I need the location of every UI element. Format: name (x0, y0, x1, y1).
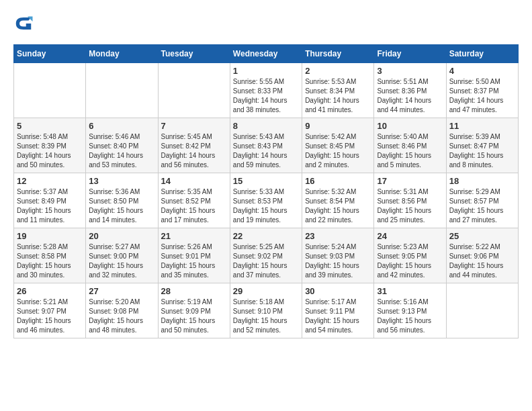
logo (13, 13, 36, 34)
calendar-cell (86, 63, 158, 118)
calendar-cell: 19Sunrise: 5:28 AM Sunset: 8:58 PM Dayli… (14, 228, 86, 283)
day-info: Sunrise: 5:46 AM Sunset: 8:40 PM Dayligh… (89, 132, 154, 170)
day-info: Sunrise: 5:18 AM Sunset: 9:10 PM Dayligh… (233, 298, 299, 335)
calendar-cell: 5Sunrise: 5:48 AM Sunset: 8:39 PM Daylig… (14, 118, 86, 173)
day-number: 26 (17, 286, 83, 296)
calendar-cell (446, 283, 518, 338)
day-info: Sunrise: 5:48 AM Sunset: 8:39 PM Dayligh… (17, 132, 83, 170)
calendar-cell: 31Sunrise: 5:16 AM Sunset: 9:13 PM Dayli… (374, 283, 446, 338)
day-info: Sunrise: 5:42 AM Sunset: 8:45 PM Dayligh… (305, 132, 371, 170)
calendar-cell: 1Sunrise: 5:55 AM Sunset: 8:33 PM Daylig… (230, 63, 302, 118)
calendar-cell: 26Sunrise: 5:21 AM Sunset: 9:07 PM Dayli… (14, 283, 86, 338)
day-number: 25 (449, 231, 515, 241)
day-info: Sunrise: 5:39 AM Sunset: 8:47 PM Dayligh… (449, 132, 515, 170)
page-header (13, 13, 519, 34)
day-info: Sunrise: 5:36 AM Sunset: 8:50 PM Dayligh… (89, 187, 154, 225)
day-number: 2 (305, 66, 371, 76)
calendar-cell: 15Sunrise: 5:33 AM Sunset: 8:53 PM Dayli… (230, 173, 302, 228)
day-info: Sunrise: 5:22 AM Sunset: 9:06 PM Dayligh… (449, 242, 515, 280)
calendar-cell: 6Sunrise: 5:46 AM Sunset: 8:40 PM Daylig… (86, 118, 158, 173)
calendar-week-row: 5Sunrise: 5:48 AM Sunset: 8:39 PM Daylig… (14, 118, 519, 173)
day-info: Sunrise: 5:31 AM Sunset: 8:56 PM Dayligh… (377, 187, 443, 225)
day-info: Sunrise: 5:45 AM Sunset: 8:42 PM Dayligh… (161, 132, 227, 170)
weekday-header: Saturday (446, 45, 518, 63)
day-number: 19 (17, 231, 83, 241)
day-info: Sunrise: 5:23 AM Sunset: 9:05 PM Dayligh… (377, 242, 443, 280)
day-number: 1 (233, 66, 299, 76)
calendar: SundayMondayTuesdayWednesdayThursdayFrid… (13, 44, 519, 338)
day-number: 9 (305, 121, 371, 131)
calendar-cell: 10Sunrise: 5:40 AM Sunset: 8:46 PM Dayli… (374, 118, 446, 173)
calendar-cell: 13Sunrise: 5:36 AM Sunset: 8:50 PM Dayli… (86, 173, 158, 228)
day-info: Sunrise: 5:55 AM Sunset: 8:33 PM Dayligh… (233, 77, 299, 115)
day-info: Sunrise: 5:51 AM Sunset: 8:36 PM Dayligh… (377, 77, 443, 115)
day-number: 12 (17, 176, 83, 186)
calendar-cell: 25Sunrise: 5:22 AM Sunset: 9:06 PM Dayli… (446, 228, 518, 283)
day-number: 16 (305, 176, 371, 186)
day-number: 11 (449, 121, 515, 131)
calendar-cell: 29Sunrise: 5:18 AM Sunset: 9:10 PM Dayli… (230, 283, 302, 338)
day-info: Sunrise: 5:32 AM Sunset: 8:54 PM Dayligh… (305, 187, 371, 225)
calendar-cell: 8Sunrise: 5:43 AM Sunset: 8:43 PM Daylig… (230, 118, 302, 173)
day-number: 20 (89, 231, 154, 241)
day-number: 21 (161, 231, 227, 241)
day-info: Sunrise: 5:33 AM Sunset: 8:53 PM Dayligh… (233, 187, 299, 225)
calendar-cell: 27Sunrise: 5:20 AM Sunset: 9:08 PM Dayli… (86, 283, 158, 338)
calendar-week-row: 19Sunrise: 5:28 AM Sunset: 8:58 PM Dayli… (14, 228, 519, 283)
calendar-cell (14, 63, 86, 118)
calendar-cell: 9Sunrise: 5:42 AM Sunset: 8:45 PM Daylig… (302, 118, 374, 173)
day-info: Sunrise: 5:37 AM Sunset: 8:49 PM Dayligh… (17, 187, 83, 225)
calendar-cell: 2Sunrise: 5:53 AM Sunset: 8:34 PM Daylig… (302, 63, 374, 118)
day-number: 31 (377, 286, 443, 296)
day-number: 6 (89, 121, 154, 131)
calendar-cell: 28Sunrise: 5:19 AM Sunset: 9:09 PM Dayli… (158, 283, 230, 338)
weekday-header: Sunday (14, 45, 86, 63)
day-number: 13 (89, 176, 154, 186)
calendar-cell: 22Sunrise: 5:25 AM Sunset: 9:02 PM Dayli… (230, 228, 302, 283)
day-number: 5 (17, 121, 83, 131)
day-info: Sunrise: 5:21 AM Sunset: 9:07 PM Dayligh… (17, 298, 83, 335)
day-info: Sunrise: 5:53 AM Sunset: 8:34 PM Dayligh… (305, 77, 371, 115)
day-number: 8 (233, 121, 299, 131)
day-info: Sunrise: 5:43 AM Sunset: 8:43 PM Dayligh… (233, 132, 299, 170)
weekday-header: Tuesday (158, 45, 230, 63)
day-info: Sunrise: 5:35 AM Sunset: 8:52 PM Dayligh… (161, 187, 227, 225)
day-number: 14 (161, 176, 227, 186)
calendar-cell: 12Sunrise: 5:37 AM Sunset: 8:49 PM Dayli… (14, 173, 86, 228)
calendar-cell: 16Sunrise: 5:32 AM Sunset: 8:54 PM Dayli… (302, 173, 374, 228)
day-info: Sunrise: 5:16 AM Sunset: 9:13 PM Dayligh… (377, 298, 443, 335)
day-info: Sunrise: 5:50 AM Sunset: 8:37 PM Dayligh… (449, 77, 515, 115)
day-number: 18 (449, 176, 515, 186)
day-number: 10 (377, 121, 443, 131)
day-info: Sunrise: 5:29 AM Sunset: 8:57 PM Dayligh… (449, 187, 515, 225)
day-number: 28 (161, 286, 227, 296)
calendar-cell: 20Sunrise: 5:27 AM Sunset: 9:00 PM Dayli… (86, 228, 158, 283)
calendar-cell: 14Sunrise: 5:35 AM Sunset: 8:52 PM Dayli… (158, 173, 230, 228)
day-info: Sunrise: 5:40 AM Sunset: 8:46 PM Dayligh… (377, 132, 443, 170)
day-number: 23 (305, 231, 371, 241)
calendar-body: 1Sunrise: 5:55 AM Sunset: 8:33 PM Daylig… (14, 63, 519, 338)
calendar-cell: 21Sunrise: 5:26 AM Sunset: 9:01 PM Dayli… (158, 228, 230, 283)
day-info: Sunrise: 5:19 AM Sunset: 9:09 PM Dayligh… (161, 298, 227, 335)
logo-icon (13, 13, 34, 34)
calendar-header: SundayMondayTuesdayWednesdayThursdayFrid… (14, 45, 519, 63)
calendar-week-row: 1Sunrise: 5:55 AM Sunset: 8:33 PM Daylig… (14, 63, 519, 118)
day-info: Sunrise: 5:27 AM Sunset: 9:00 PM Dayligh… (89, 242, 154, 280)
day-number: 3 (377, 66, 443, 76)
day-number: 27 (89, 286, 154, 296)
calendar-cell: 3Sunrise: 5:51 AM Sunset: 8:36 PM Daylig… (374, 63, 446, 118)
calendar-cell: 11Sunrise: 5:39 AM Sunset: 8:47 PM Dayli… (446, 118, 518, 173)
weekday-header: Wednesday (230, 45, 302, 63)
calendar-week-row: 12Sunrise: 5:37 AM Sunset: 8:49 PM Dayli… (14, 173, 519, 228)
day-info: Sunrise: 5:24 AM Sunset: 9:03 PM Dayligh… (305, 242, 371, 280)
day-number: 24 (377, 231, 443, 241)
calendar-cell: 7Sunrise: 5:45 AM Sunset: 8:42 PM Daylig… (158, 118, 230, 173)
day-info: Sunrise: 5:28 AM Sunset: 8:58 PM Dayligh… (17, 242, 83, 280)
day-number: 30 (305, 286, 371, 296)
calendar-cell: 30Sunrise: 5:17 AM Sunset: 9:11 PM Dayli… (302, 283, 374, 338)
calendar-cell: 24Sunrise: 5:23 AM Sunset: 9:05 PM Dayli… (374, 228, 446, 283)
day-number: 17 (377, 176, 443, 186)
calendar-cell (158, 63, 230, 118)
day-number: 7 (161, 121, 227, 131)
day-info: Sunrise: 5:25 AM Sunset: 9:02 PM Dayligh… (233, 242, 299, 280)
